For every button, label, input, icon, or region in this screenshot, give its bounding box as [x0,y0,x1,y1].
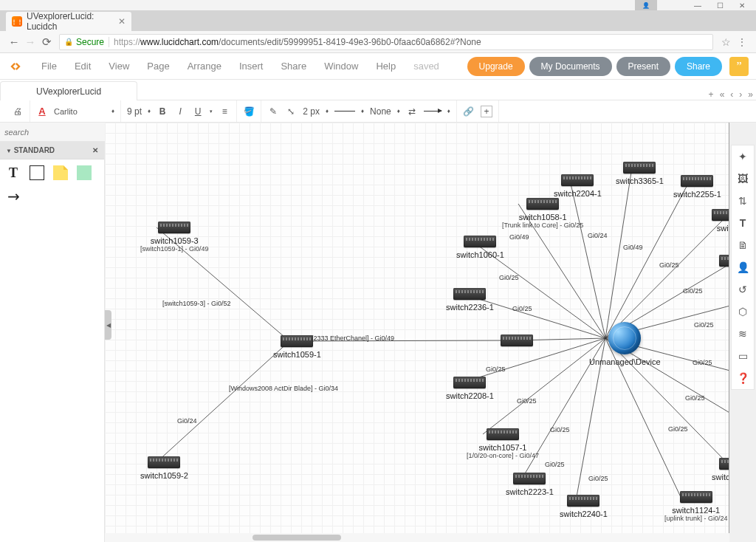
present-icon[interactable]: ▭ [736,349,749,363]
device-s3365[interactable]: switch3365-1 [616,162,664,185]
menu-window[interactable]: Window [315,53,367,80]
link-label: Gi0/25 [545,461,565,468]
menu-edit[interactable]: Edit [66,53,100,80]
menu-page[interactable]: Page [138,53,178,80]
secure-text: Secure [76,37,104,47]
fill-shape[interactable] [75,164,93,182]
menu-view[interactable]: View [100,53,138,80]
rect-shape[interactable] [28,164,46,182]
device-s1059-3[interactable]: switch1059-3[switch1059-1] - Gi0/49 [140,222,209,253]
close-tab-icon[interactable]: ✕ [118,16,126,27]
reload-button[interactable]: ⟳ [38,34,55,50]
swap-icon[interactable]: ⇄ [406,106,418,117]
help-icon[interactable]: ❓ [736,371,749,385]
canvas[interactable]: Unmanaged\Deviceswitch1059-3[switch1059-… [105,123,729,533]
shape-search-input[interactable] [0,123,111,141]
line-arrow-end[interactable] [424,111,441,112]
window-maximize[interactable]: ☐ [709,0,731,10]
device-s2240[interactable]: switch2240-1 [560,495,608,518]
menu-share[interactable]: Share [272,53,315,80]
page-icon[interactable]: 🗎 [736,239,749,252]
font-select[interactable]: Carlito [54,107,106,116]
device-s1060[interactable]: switch1060-1 [456,236,504,259]
window-minimize[interactable]: — [687,0,709,10]
device-hub-n1[interactable] [501,335,533,346]
arrow-shape[interactable]: ↗ [4,188,22,205]
menu-arrange[interactable]: Arrange [179,53,230,80]
note-shape[interactable] [52,164,69,182]
line-width-select[interactable]: 2 px [303,106,320,117]
navigator-icon[interactable]: ✦ [736,150,749,163]
line-color-icon[interactable]: ✎ [267,106,279,117]
history-icon[interactable]: ↺ [736,283,749,296]
switch-icon [719,255,729,267]
text-color-icon[interactable]: A [36,106,48,117]
close-section-icon[interactable]: ✕ [92,146,98,154]
font-size-select[interactable]: 9 pt [127,106,142,117]
comments-button[interactable]: ” [729,57,749,76]
layers-icon[interactable]: ≋ [736,327,749,340]
person-plus-icon[interactable]: 👤 [736,261,749,274]
bold-button[interactable]: B [157,106,168,117]
device-s2255[interactable]: switch2255-1 [673,175,721,199]
device-s2204[interactable]: switch2204-1 [554,174,602,198]
device-s2236[interactable]: switch2236-1 [446,288,494,312]
browser-tab[interactable]: ⋮⋮ UVexplorerLucid: Lucidch ✕ [6,12,131,31]
menu-file[interactable]: File [32,53,66,80]
link-icon[interactable]: 🔗 [463,106,475,117]
forward-button[interactable]: → [22,34,38,50]
present-button[interactable]: Present [616,57,670,76]
device-s2212[interactable]: switch2212-1 [712,458,729,481]
size-icon[interactable]: ⇅ [736,194,749,207]
fill-color-icon[interactable]: 🪣 [243,106,255,117]
device-s1124[interactable]: switch1124-1[uplink trunk] - Gi0/24 [664,491,728,522]
italic-button[interactable]: I [174,106,186,117]
menu-insert[interactable]: Insert [230,53,272,80]
underline-button[interactable]: U [192,106,204,117]
device-s1057[interactable]: switch1057-1[1/0/20-on-core] - Gi0/47 [467,428,539,459]
shapes-section-header[interactable]: ▼ STANDARD ✕ [0,142,104,159]
last-page-button[interactable]: » [748,89,753,100]
switch-icon [567,495,599,507]
line-arrow-start[interactable]: None [370,106,391,117]
star-icon[interactable]: ☆ [718,34,734,50]
text-shape[interactable]: T [4,164,22,182]
align-button[interactable]: ≡ [219,106,230,117]
url-field[interactable]: 🔒Secure https://www.lucidchart.com/docum… [59,34,713,50]
device-s1059-2[interactable]: switch1059-2 [140,456,188,480]
cube-icon[interactable]: ⬡ [736,305,749,318]
app-logo-icon[interactable] [7,58,24,75]
document-tab[interactable]: UVexplorerLucid [0,81,137,100]
share-button[interactable]: Share [675,57,722,76]
device-edge1[interactable] [719,255,729,267]
line-style-sample[interactable] [334,111,355,112]
my-documents-button[interactable]: My Documents [529,57,612,76]
hub-device[interactable]: Unmanaged\Device [589,322,661,366]
more-icon[interactable]: ⋮ [734,34,750,50]
menu-help[interactable]: Help [367,53,405,80]
device-label: switch2212-1 [712,473,729,481]
images-icon[interactable]: 🖼 [736,172,749,185]
upgrade-button[interactable]: Upgrade [467,57,525,76]
add-container-icon[interactable]: + [481,106,492,117]
link-label: [switch1059-3] - Gi0/52 [162,300,231,307]
text-icon[interactable]: T [736,216,749,230]
address-bar: ← → ⟳ 🔒Secure https://www.lucidchart.com… [0,31,756,53]
collapse-sidebar-handle[interactable]: ◀ [105,310,111,340]
prev-page-button[interactable]: ‹ [730,89,733,100]
shape-search-row: ✕ ▾ [0,123,104,142]
device-s2223[interactable]: switch2223-1 [506,473,554,496]
horizontal-scrollbar[interactable] [105,533,729,542]
back-button[interactable]: ← [6,34,22,50]
paint-format-icon[interactable]: 🖨 [12,106,24,117]
device-sX[interactable]: switch [712,209,729,233]
device-s1058[interactable]: switch1058-1[Trunk link to Core] - Gi0/2… [502,198,583,229]
first-page-button[interactable]: « [720,89,725,100]
lock-icon: 🔒 [64,38,73,46]
add-page-button[interactable]: + [709,89,714,100]
line-tool-icon[interactable]: ⤡ [285,106,297,117]
next-page-button[interactable]: › [739,89,742,100]
device-s2208[interactable]: switch2208-1 [446,377,494,400]
scrollbar-thumb[interactable] [252,535,341,541]
window-close[interactable]: ✕ [731,0,753,10]
